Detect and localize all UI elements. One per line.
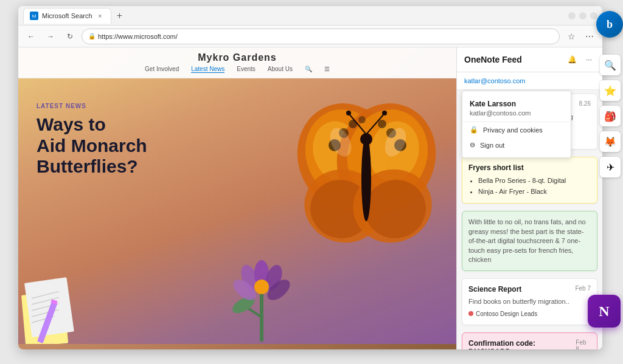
hero-headline-line1: Ways to [37, 114, 147, 136]
card-header: Fryers short list [468, 163, 591, 172]
svg-point-19 [361, 136, 371, 221]
svg-point-12 [349, 120, 357, 128]
tab-bar: M Microsoft Search × + [23, 6, 127, 25]
svg-rect-35 [24, 277, 74, 337]
tab-title: Microsoft Search [42, 12, 92, 19]
nav-item-latest-news[interactable]: Latest News [191, 66, 224, 73]
refresh-button[interactable]: ↻ [62, 29, 78, 44]
browser-content: Mykro Gardens Get Involved Latest News E… [18, 47, 602, 349]
card-title: Confirmation code: DMCXSADD [468, 339, 576, 349]
site-title: Mykro Gardens [198, 52, 276, 63]
tab-favicon: M [30, 12, 38, 20]
sign-out-item[interactable]: ⊖ Sign out [462, 137, 571, 153]
more-options-icon[interactable]: ··· [583, 53, 595, 66]
hero-text-block: LATEST NEWS Ways to Aid Monarch Butterfl… [37, 103, 147, 177]
bing-button[interactable]: b [596, 11, 623, 38]
bell-icon[interactable]: 🔔 [566, 53, 578, 66]
back-button[interactable]: ← [23, 29, 39, 44]
site-nav: Get Involved Latest News Events About Us… [145, 66, 330, 73]
account-section: katlar@contoso.com Kate Larsson katlar@c… [457, 72, 602, 90]
svg-point-22 [346, 111, 351, 115]
paper-pencil-decoration [18, 277, 79, 344]
svg-point-16 [378, 120, 386, 128]
panel-title: OneNote Feed [464, 55, 522, 64]
browser-titlebar: M Microsoft Search × + [18, 6, 602, 26]
privacy-cookies-item[interactable]: 🔒 Privacy and cookies [462, 122, 571, 137]
card-header: Confirmation code: DMCXSADD Feb 8 [468, 339, 591, 349]
account-dropdown: Kate Larsson katlar@contoso.com 🔒 Privac… [462, 91, 571, 158]
nav-item-get-involved[interactable]: Get Involved [145, 66, 179, 73]
onenote-n-large-icon: N [599, 303, 609, 320]
minimize-button[interactable] [568, 12, 576, 19]
feed-card-fryers[interactable]: Fryers short list Bella Pro Series - 8-q… [462, 157, 597, 204]
account-email[interactable]: katlar@contoso.com [464, 77, 595, 84]
fryers-list: Bella Pro Series - 8-qt. Digital Ninja -… [468, 176, 591, 197]
hero-headline-line2: Aid Monarch [37, 136, 147, 157]
hero-headline: Ways to Aid Monarch Butterflies? [37, 114, 147, 177]
svg-point-33 [254, 280, 269, 294]
close-button[interactable] [590, 12, 597, 19]
character-sidebar-icon[interactable]: 🦊 [600, 131, 621, 152]
sign-out-icon: ⊖ [470, 141, 475, 149]
card-body: With little to no oil, no trans fats, an… [468, 218, 591, 264]
butterfly-image [292, 91, 444, 273]
privacy-icon: 🔒 [470, 126, 478, 134]
favorites-sidebar-icon[interactable]: ⭐ [600, 80, 621, 101]
search-sidebar-icon[interactable]: 🔍 [600, 55, 621, 75]
window-controls [568, 12, 597, 19]
panel-header: OneNote Feed 🔔 ··· [457, 47, 602, 72]
tag-dot-icon [468, 311, 473, 316]
send-sidebar-icon[interactable]: ✈ [600, 157, 621, 177]
latest-news-label: LATEST NEWS [37, 103, 147, 109]
bing-b-label: b [607, 18, 613, 31]
browser-window: M Microsoft Search × + ← → ↻ 🔒 https://w… [18, 6, 602, 349]
maximize-button[interactable] [579, 12, 586, 19]
nav-item-menu[interactable]: ☰ [324, 66, 330, 73]
website-header: Mykro Gardens Get Involved Latest News E… [18, 47, 456, 78]
nav-item-about-us[interactable]: About Us [268, 66, 293, 73]
active-tab[interactable]: M Microsoft Search × [23, 8, 111, 24]
address-bar[interactable]: 🔒 https://www.microsoft.com/ [82, 29, 560, 44]
nav-item-events[interactable]: Events [237, 66, 256, 73]
nav-item-search[interactable]: 🔍 [305, 66, 312, 73]
card-title: Fryers short list [468, 163, 524, 172]
settings-icon[interactable]: ⋯ [582, 29, 597, 44]
dropdown-user-email: katlar@contoso.com [462, 109, 571, 122]
list-item: Ninja - Air Fryer - Black [478, 187, 591, 197]
card-body: Find books on butterfly migration.. [468, 297, 591, 306]
flower-decoration [201, 250, 322, 344]
svg-point-24 [382, 111, 387, 115]
lock-icon: 🔒 [88, 33, 96, 39]
website-area: Mykro Gardens Get Involved Latest News E… [18, 47, 456, 349]
bag-sidebar-icon[interactable]: 🎒 [600, 106, 621, 126]
toolbar-icons: ☆ ⋯ [563, 29, 597, 44]
hero-headline-line3: Butterflies? [37, 156, 147, 177]
feed-card-green-text[interactable]: With little to no oil, no trans fats, an… [462, 211, 597, 271]
new-tab-button[interactable]: + [113, 9, 127, 23]
favorites-icon[interactable]: ☆ [563, 29, 579, 44]
onenote-float-icon[interactable]: N [588, 295, 621, 328]
right-sidebar: 🔍 ⭐ 🎒 🦊 ✈ [600, 55, 621, 177]
feed-card-science-report[interactable]: Science Report Feb 7 Find books on butte… [462, 278, 597, 325]
card-tag: Contoso Design Leads [468, 311, 537, 317]
svg-point-20 [360, 133, 372, 145]
onenote-panel: OneNote Feed 🔔 ··· katlar@contoso.com Ka… [456, 47, 602, 349]
website-hero: LATEST NEWS Ways to Aid Monarch Butterfl… [18, 78, 456, 344]
panel-header-icons: 🔔 ··· [566, 53, 595, 66]
card-title: Science Report [468, 285, 521, 294]
card-header: Science Report Feb 7 [468, 285, 591, 294]
list-item: Bella Pro Series - 8-qt. Digital [478, 176, 591, 187]
svg-point-13 [358, 116, 366, 123]
browser-toolbar: ← → ↻ 🔒 https://www.microsoft.com/ ☆ ⋯ [18, 26, 602, 47]
forward-button[interactable]: → [43, 29, 58, 44]
card-date: Feb 8 [576, 339, 591, 349]
tab-close-button[interactable]: × [96, 12, 105, 20]
card-date: 8.26 [579, 100, 591, 107]
url-text: https://www.microsoft.com/ [98, 33, 178, 40]
card-date: Feb 7 [575, 285, 591, 292]
dropdown-user-name: Kate Larsson [462, 96, 571, 109]
feed-card-confirmation[interactable]: Confirmation code: DMCXSADD Feb 8 [462, 332, 597, 349]
